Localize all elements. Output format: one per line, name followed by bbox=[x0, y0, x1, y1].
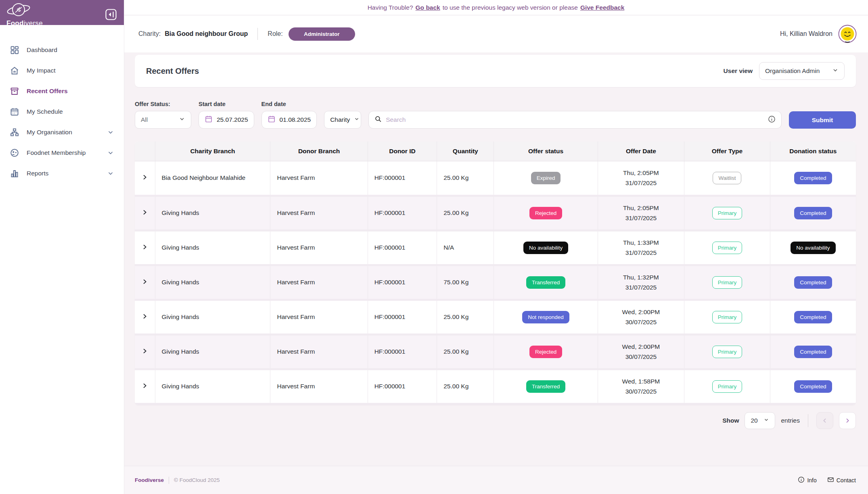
offer-type-badge: Primary bbox=[712, 276, 743, 289]
sidebar-item-recent-offers[interactable]: Recent Offers bbox=[0, 81, 124, 101]
donation-status-cell: Completed bbox=[770, 161, 856, 196]
chevron-down-icon bbox=[107, 170, 114, 177]
donation-status-cell: Completed bbox=[770, 300, 856, 334]
legacy-banner: Having Trouble? Go back to use the previ… bbox=[124, 0, 868, 15]
sidebar-item-reports[interactable]: Reports bbox=[0, 163, 124, 183]
offer-date-time: Thu, 1:33PM bbox=[603, 238, 679, 248]
column-header-charity-branch: Charity Branch bbox=[155, 142, 270, 161]
go-back-link[interactable]: Go back bbox=[416, 4, 440, 11]
donation-status-cell: No availability bbox=[770, 230, 856, 265]
expand-cell bbox=[135, 265, 155, 300]
footer-brand-link[interactable]: Foodiverse bbox=[135, 477, 164, 483]
user-greeting-area: Hi, Killian Waldron bbox=[780, 25, 857, 43]
offer-date-time: Wed, 2:00PM bbox=[603, 307, 679, 317]
donor-id-cell: HF:000001 bbox=[368, 265, 437, 300]
calendar-icon bbox=[268, 115, 276, 125]
column-header-donor-branch: Donor Branch bbox=[270, 142, 368, 161]
sidebar-item-my-organisation[interactable]: My Organisation bbox=[0, 122, 124, 142]
offer-date-cell: Wed, 1:58PM 30/07/2025 bbox=[598, 369, 684, 404]
offers-table-body: Bia Good Neighbour Malahide Harvest Farm… bbox=[135, 161, 856, 404]
end-date-input[interactable]: 01.08.2025 bbox=[261, 111, 317, 129]
expand-cell bbox=[135, 196, 155, 230]
offer-date-cell: Wed, 2:00PM 30/07/2025 bbox=[598, 334, 684, 369]
sidebar-item-foodnet-membership[interactable]: Foodnet Membership bbox=[0, 142, 124, 163]
search-input[interactable] bbox=[386, 116, 764, 123]
footer-right: Info Contact bbox=[798, 476, 856, 484]
offer-type-cell: Primary bbox=[684, 369, 770, 404]
quantity-cell: 25.00 Kg bbox=[437, 196, 494, 230]
expand-row-chevron-icon[interactable] bbox=[142, 244, 148, 250]
donation-status-badge: Completed bbox=[794, 311, 832, 323]
offer-status-select[interactable]: All bbox=[135, 111, 191, 129]
quantity-cell: 25.00 Kg bbox=[437, 161, 494, 196]
title-card: Recent Offers User view Organisation Adm… bbox=[135, 55, 856, 87]
charity-name: Bia Good neighbour Group bbox=[165, 30, 248, 38]
expand-row-chevron-icon[interactable] bbox=[142, 279, 148, 285]
offer-type-badge: Primary bbox=[712, 380, 743, 393]
offer-status-cell: Not responded bbox=[494, 300, 598, 334]
calendar-icon bbox=[10, 107, 19, 117]
entity-type-select[interactable]: Charity bbox=[324, 111, 361, 129]
expand-row-chevron-icon[interactable] bbox=[142, 209, 148, 215]
banner-text: to use the previous legacy web version o… bbox=[443, 4, 578, 11]
info-link-label: Info bbox=[807, 477, 816, 484]
offer-type-badge: Waitlist bbox=[713, 172, 741, 184]
main-area: Having Trouble? Go back to use the previ… bbox=[124, 0, 868, 494]
expand-row-chevron-icon[interactable] bbox=[142, 313, 148, 319]
info-link[interactable]: Info bbox=[798, 476, 816, 484]
offer-date-day: 31/07/2025 bbox=[603, 213, 679, 223]
donation-status-cell: Completed bbox=[770, 265, 856, 300]
expand-cell bbox=[135, 369, 155, 404]
offer-date-cell: Thu, 1:33PM 31/07/2025 bbox=[598, 230, 684, 265]
quantity-cell: 25.00 Kg bbox=[437, 334, 494, 369]
sidebar-nav: Dashboard My Impact Recent Offers bbox=[0, 40, 124, 183]
previous-page-button[interactable] bbox=[816, 412, 833, 429]
divider bbox=[257, 28, 258, 40]
sidebar-item-label: My Schedule bbox=[27, 108, 114, 115]
offer-date-day: 31/07/2025 bbox=[603, 248, 679, 258]
expand-row-chevron-icon[interactable] bbox=[142, 383, 148, 389]
next-page-button[interactable] bbox=[839, 412, 856, 429]
avatar[interactable] bbox=[838, 25, 857, 43]
page-size-select[interactable]: 20 bbox=[745, 412, 775, 429]
expand-row-chevron-icon[interactable] bbox=[142, 348, 148, 354]
offer-status-badge: Expired bbox=[531, 172, 561, 184]
user-view-select[interactable]: Organisation Admin bbox=[759, 62, 845, 80]
sidebar-item-label: Dashboard bbox=[27, 46, 114, 54]
donor-id-cell: HF:000001 bbox=[368, 230, 437, 265]
donation-status-badge: No availability bbox=[791, 242, 835, 254]
offer-status-cell: Rejected bbox=[494, 196, 598, 230]
chevron-down-icon bbox=[763, 417, 769, 424]
column-header-donation-status: Donation status bbox=[770, 142, 856, 161]
column-header-quantity: Quantity bbox=[437, 142, 494, 161]
contact-link[interactable]: Contact bbox=[827, 476, 856, 484]
top-header: Charity: Bia Good neighbour Group Role: … bbox=[124, 15, 868, 52]
sidebar-item-my-impact[interactable]: My Impact bbox=[0, 60, 124, 81]
info-icon[interactable] bbox=[768, 115, 776, 125]
offer-status-value: All bbox=[141, 116, 148, 123]
start-date-input[interactable]: 25.07.2025 bbox=[199, 111, 254, 129]
donation-status-badge: Completed bbox=[794, 172, 832, 184]
submit-button[interactable]: Submit bbox=[789, 111, 856, 129]
sidebar-item-my-schedule[interactable]: My Schedule bbox=[0, 101, 124, 122]
donor-branch-cell: Harvest Farm bbox=[270, 300, 368, 334]
give-feedback-link[interactable]: Give Feedback bbox=[580, 4, 624, 11]
sidebar-item-dashboard[interactable]: Dashboard bbox=[0, 40, 124, 60]
greeting-text: Hi, Killian Waldron bbox=[780, 30, 832, 38]
offer-type-badge: Primary bbox=[712, 242, 743, 254]
sidebar: Foodiverse Dashboard bbox=[0, 0, 124, 494]
offer-date-day: 31/07/2025 bbox=[603, 178, 679, 188]
end-date-label: End date bbox=[261, 101, 317, 107]
donation-status-badge: Completed bbox=[794, 207, 832, 219]
expand-row-chevron-icon[interactable] bbox=[142, 174, 148, 180]
collapse-sidebar-button[interactable] bbox=[105, 9, 117, 21]
offer-date-cell: Thu, 1:32PM 31/07/2025 bbox=[598, 265, 684, 300]
offer-date-time: Thu, 2:05PM bbox=[603, 203, 679, 213]
donor-id-cell: HF:000001 bbox=[368, 369, 437, 404]
filters-bar: Offer Status: All Start date bbox=[135, 101, 856, 129]
offers-table: Charity Branch Donor Branch Donor ID Qua… bbox=[135, 142, 856, 405]
offer-date-day: 30/07/2025 bbox=[603, 386, 679, 396]
table-row: Giving Hands Harvest Farm HF:000001 25.0… bbox=[135, 334, 856, 369]
search-icon bbox=[374, 115, 382, 124]
offer-date-cell: Thu, 2:05PM 31/07/2025 bbox=[598, 161, 684, 196]
